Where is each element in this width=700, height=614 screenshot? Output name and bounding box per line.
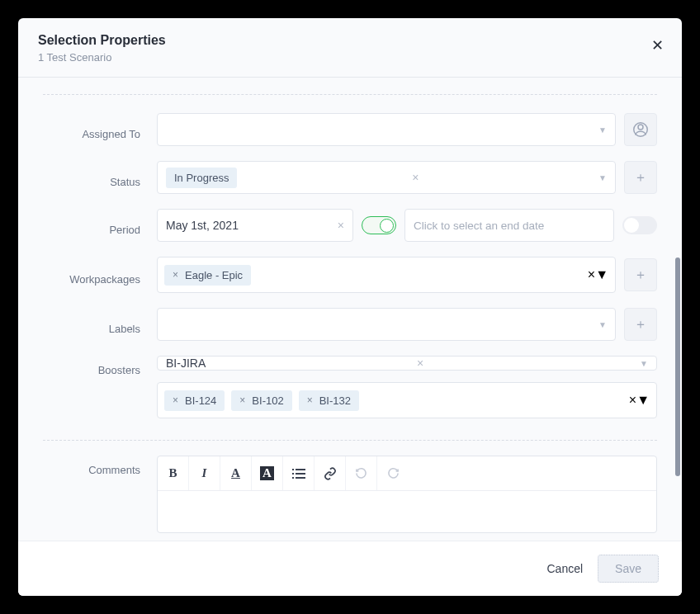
clear-icon[interactable]: × bbox=[588, 267, 595, 282]
assigned-to-label: Assigned To bbox=[43, 120, 157, 140]
bold-button[interactable]: B bbox=[158, 456, 189, 490]
toggle-knob bbox=[624, 218, 639, 233]
selection-properties-modal: Selection Properties 1 Test Scenario ✕ A… bbox=[18, 18, 682, 596]
modal-title: Selection Properties bbox=[38, 33, 662, 48]
issue-chip: × BI-124 bbox=[164, 390, 225, 411]
assigned-to-select[interactable]: ▼ bbox=[157, 113, 616, 146]
link-icon bbox=[324, 467, 337, 480]
booster-integration-value: BI-JIRA bbox=[166, 357, 206, 370]
modal-body: Assigned To ▼ Status In Progress × bbox=[18, 78, 682, 541]
modal-subtitle: 1 Test Scenario bbox=[38, 51, 662, 64]
undo-icon bbox=[355, 467, 367, 479]
status-select[interactable]: In Progress × ▼ bbox=[157, 161, 616, 194]
divider bbox=[43, 94, 657, 95]
italic-button[interactable]: I bbox=[189, 456, 220, 490]
redo-icon bbox=[387, 467, 400, 479]
period-label: Period bbox=[43, 215, 157, 236]
status-chip: In Progress bbox=[166, 168, 237, 188]
chevron-down-icon: ▼ bbox=[640, 359, 648, 368]
highlight-button[interactable]: A bbox=[252, 456, 283, 490]
booster-issues-select[interactable]: × BI-124 × BI-102 × BI-132 × bbox=[157, 382, 657, 418]
workpackage-chip: × Eagle - Epic bbox=[164, 265, 251, 286]
issue-chip: × BI-102 bbox=[231, 390, 291, 411]
svg-rect-3 bbox=[296, 469, 305, 470]
chevron-down-icon: ▼ bbox=[598, 173, 607, 182]
chevron-down-icon: ▼ bbox=[636, 393, 650, 408]
scrollbar[interactable] bbox=[675, 257, 680, 476]
start-date-value: May 1st, 2021 bbox=[166, 219, 239, 232]
add-workpackage-button[interactable]: ＋ bbox=[624, 258, 657, 291]
remove-icon[interactable]: × bbox=[307, 394, 313, 406]
svg-rect-6 bbox=[292, 477, 294, 479]
remove-icon[interactable]: × bbox=[173, 269, 178, 281]
highlight-icon: A bbox=[260, 466, 274, 480]
labels-label: Labels bbox=[43, 314, 157, 335]
boosters-label: Boosters bbox=[43, 356, 157, 376]
list-icon bbox=[292, 468, 305, 479]
start-date-toggle[interactable] bbox=[362, 216, 396, 234]
close-icon: ✕ bbox=[651, 37, 664, 54]
workpackages-label: Workpackages bbox=[43, 265, 157, 286]
add-label-button[interactable]: ＋ bbox=[624, 308, 657, 341]
toggle-knob bbox=[380, 219, 394, 233]
clear-icon[interactable]: × bbox=[412, 171, 419, 184]
svg-point-0 bbox=[638, 125, 643, 130]
save-button[interactable]: Save bbox=[598, 555, 659, 583]
chevron-down-icon: ▼ bbox=[598, 320, 607, 329]
clear-icon[interactable]: × bbox=[629, 393, 636, 408]
end-date-placeholder: Click to select an end date bbox=[414, 220, 544, 232]
modal-header: Selection Properties 1 Test Scenario ✕ bbox=[18, 18, 682, 78]
comments-label: Comments bbox=[43, 456, 157, 476]
divider bbox=[43, 440, 657, 441]
assign-me-button[interactable] bbox=[624, 113, 657, 146]
clear-icon[interactable]: × bbox=[417, 357, 423, 370]
chip-label: BI-132 bbox=[319, 394, 351, 407]
end-date-toggle[interactable] bbox=[622, 216, 657, 234]
undo-button[interactable] bbox=[346, 456, 377, 490]
remove-icon[interactable]: × bbox=[239, 394, 245, 406]
cancel-button[interactable]: Cancel bbox=[546, 562, 583, 575]
plus-icon: ＋ bbox=[634, 267, 647, 284]
close-button[interactable]: ✕ bbox=[651, 36, 664, 54]
text-color-icon: A bbox=[231, 466, 240, 480]
modal-footer: Cancel Save bbox=[18, 541, 682, 596]
comments-textarea[interactable] bbox=[158, 491, 656, 532]
plus-icon: ＋ bbox=[634, 316, 647, 333]
list-button[interactable] bbox=[283, 456, 315, 490]
bold-icon: B bbox=[168, 466, 177, 480]
chip-label: BI-102 bbox=[252, 394, 283, 407]
chevron-down-icon: ▼ bbox=[595, 267, 608, 282]
end-date-input[interactable]: Click to select an end date bbox=[404, 209, 614, 242]
start-date-input[interactable]: May 1st, 2021 × bbox=[157, 209, 353, 242]
booster-integration-select[interactable]: BI-JIRA × ▼ bbox=[157, 356, 657, 371]
chevron-down-icon: ▼ bbox=[598, 125, 607, 135]
chip-label: BI-124 bbox=[185, 394, 216, 407]
plus-icon: ＋ bbox=[634, 169, 647, 187]
svg-rect-5 bbox=[296, 473, 305, 475]
remove-icon[interactable]: × bbox=[173, 394, 178, 406]
link-button[interactable] bbox=[315, 456, 346, 490]
editor-toolbar: B I A A bbox=[158, 456, 656, 491]
comments-editor: B I A A bbox=[157, 456, 657, 533]
svg-rect-4 bbox=[292, 473, 294, 475]
labels-select[interactable]: ▼ bbox=[157, 308, 616, 341]
issue-chip: × BI-132 bbox=[299, 390, 359, 411]
svg-rect-2 bbox=[292, 469, 294, 470]
clear-icon[interactable]: × bbox=[338, 219, 344, 232]
redo-button[interactable] bbox=[377, 456, 409, 490]
user-icon bbox=[633, 122, 648, 137]
add-status-button[interactable]: ＋ bbox=[624, 161, 657, 194]
workpackages-select[interactable]: × Eagle - Epic × ▼ bbox=[157, 257, 616, 293]
italic-icon: I bbox=[202, 466, 207, 480]
svg-rect-7 bbox=[296, 477, 305, 479]
status-label: Status bbox=[43, 168, 157, 188]
text-color-button[interactable]: A bbox=[220, 456, 252, 490]
chip-label: Eagle - Epic bbox=[185, 269, 243, 281]
